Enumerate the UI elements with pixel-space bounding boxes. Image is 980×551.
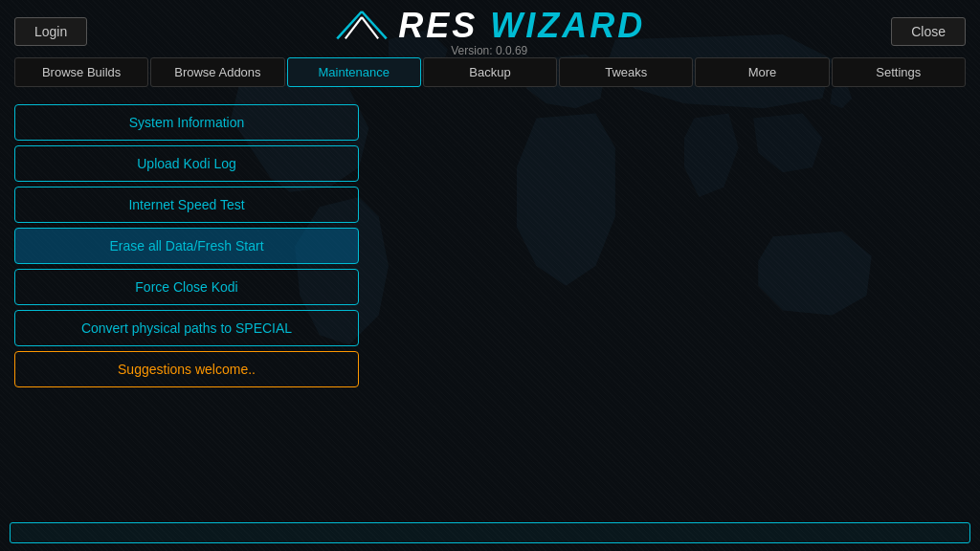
tab-browse-builds[interactable]: Browse Builds <box>14 57 148 87</box>
tab-settings[interactable]: Settings <box>832 57 966 87</box>
force-close-kodi-button[interactable]: Force Close Kodi <box>14 269 359 305</box>
logo-wizard: WIZARD <box>490 6 645 45</box>
logo-text: RES WIZARD <box>398 6 645 46</box>
login-button[interactable]: Login <box>14 17 87 46</box>
tab-browse-addons[interactable]: Browse Addons <box>150 57 284 87</box>
tab-more[interactable]: More <box>695 57 829 87</box>
convert-paths-button[interactable]: Convert physical paths to SPECIAL <box>14 310 359 346</box>
bottom-bar <box>10 522 970 543</box>
logo-title: RES WIZARD <box>333 6 645 46</box>
internet-speed-test-button[interactable]: Internet Speed Test <box>14 187 359 223</box>
tab-tweaks[interactable]: Tweaks <box>559 57 693 87</box>
upload-kodi-log-button[interactable]: Upload Kodi Log <box>14 145 359 182</box>
nav-tabs: Browse Builds Browse Addons Maintenance … <box>0 57 980 87</box>
close-button[interactable]: Close <box>891 17 966 46</box>
suggestions-button[interactable]: Suggestions welcome.. <box>14 351 359 387</box>
tab-maintenance[interactable]: Maintenance <box>287 57 421 87</box>
main-area: System Information Upload Kodi Log Inter… <box>0 95 980 518</box>
logo-res: RES <box>398 6 478 45</box>
app-content: Login RES WIZARD Version: 0.0.69 Close B… <box>0 0 980 551</box>
system-information-button[interactable]: System Information <box>14 104 359 141</box>
header: Login RES WIZARD Version: 0.0.69 Close <box>0 0 980 57</box>
erase-all-data-button[interactable]: Erase all Data/Fresh Start <box>14 228 359 264</box>
logo-area: RES WIZARD Version: 0.0.69 <box>87 6 891 57</box>
logo-icon <box>333 7 390 45</box>
menu-button-list: System Information Upload Kodi Log Inter… <box>14 104 359 508</box>
tab-backup[interactable]: Backup <box>423 57 557 87</box>
version-text: Version: 0.0.69 <box>451 44 527 57</box>
